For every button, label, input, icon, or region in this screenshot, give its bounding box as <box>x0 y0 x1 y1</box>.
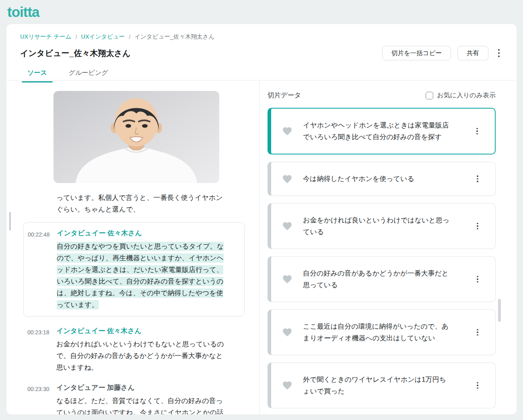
left-scrollbar-thumb[interactable] <box>9 212 11 231</box>
top-bar: toitta <box>0 0 523 24</box>
snippets-panel-header: 切片データ お気に入りのみ表示 <box>268 91 496 100</box>
snippet-card[interactable]: 自分の好みの音があるかどうかが一番大事だと思っている <box>268 256 496 302</box>
header-actions: 切片を一括コピー 共有 <box>382 46 503 60</box>
favorites-checkbox[interactable] <box>426 92 433 99</box>
favorites-filter-label: お気に入りのみ表示 <box>437 91 496 100</box>
content-split: っています。私個人で言うと、一番長く使うイヤホンぐらい。ちゃんと選んで、 00:… <box>6 80 517 414</box>
breadcrumb: UXリサーチ チーム / UXインタビュー / インタビュー_佐々木翔太さん <box>20 33 503 41</box>
snippet-text: 今は納得したイヤホンを使っている <box>303 173 452 185</box>
transcript-timestamp[interactable]: 00:23:30 <box>27 382 56 414</box>
copy-snippets-button[interactable]: 切片を一括コピー <box>382 46 451 60</box>
speaker-name: インタビュイー 佐々木さん <box>57 227 227 239</box>
speaker-name: インタビュアー 加藤さん <box>56 382 227 393</box>
share-button[interactable]: 共有 <box>457 46 488 60</box>
card-header: UXリサーチ チーム / UXインタビュー / インタビュー_佐々木翔太さん イ… <box>6 24 517 82</box>
favorite-heart-icon[interactable] <box>271 126 303 136</box>
transcript: っています。私個人で言うと、一番長く使うイヤホンぐらい。ちゃんと選んで、 00:… <box>6 192 259 414</box>
breadcrumb-separator: / <box>75 34 77 40</box>
favorite-heart-icon[interactable] <box>271 221 303 231</box>
snippet-card[interactable]: ここ最近は自分の環境に納得がいったので、あまりオーディオ機器への支出はしていない <box>268 309 496 355</box>
favorite-heart-icon[interactable] <box>271 274 303 284</box>
snippet-card[interactable]: お金をかければ良いというわけではないと思っている <box>268 203 496 249</box>
transcript-text: なるほど。ただ、音質ではなくて、自分の好みの音っていうのは面白いですね。今まさに… <box>56 395 227 414</box>
main-card: UXリサーチ チーム / UXインタビュー / インタビュー_佐々木翔太さん イ… <box>6 24 517 414</box>
snippet-menu-icon[interactable] <box>460 275 495 283</box>
right-scrollbar-thumb[interactable] <box>498 299 501 322</box>
snippet-text: お金をかければ良いというわけではないと思っている <box>303 214 452 238</box>
snippet-menu-icon[interactable] <box>459 127 495 135</box>
snippet-card[interactable]: 外で聞くときのワイヤレスイヤホンは1万円ちょいで買った <box>268 362 496 408</box>
more-options-icon[interactable] <box>495 47 503 60</box>
transcript-block: 00:23:18 インタビュイー 佐々木さん お金かければいいというわけでもない… <box>27 325 259 373</box>
transcript-timestamp[interactable]: 00:22:48 <box>28 227 57 311</box>
transcript-continuation: っています。私個人で言うと、一番長く使うイヤホンぐらい。ちゃんと選んで、 <box>27 192 259 215</box>
snippets-panel-title: 切片データ <box>268 91 301 100</box>
snippet-text: 外で聞くときのワイヤレスイヤホンは1万円ちょいで買った <box>303 374 452 397</box>
favorite-heart-icon[interactable] <box>271 380 303 391</box>
title-row: インタビュー_佐々木翔太さん 切片を一括コピー 共有 <box>20 46 503 60</box>
snippet-menu-icon[interactable] <box>460 175 495 183</box>
breadcrumb-separator: / <box>129 34 130 40</box>
snippet-menu-icon[interactable] <box>460 381 495 389</box>
snippet-menu-icon[interactable] <box>460 222 495 230</box>
snippet-menu-icon[interactable] <box>460 328 495 336</box>
toitta-logo: toitta <box>7 4 39 20</box>
favorite-heart-icon[interactable] <box>271 174 303 184</box>
snippet-text: イヤホンやヘッドホンを選ぶときは家電量販店でいろいろ聞き比べて自分の好みの音を探… <box>303 119 452 143</box>
transcript-timestamp[interactable]: 00:23:18 <box>27 325 56 373</box>
snippets-panel: 切片データ お気に入りのみ表示 イヤホンやヘッドホンを選ぶときは家電量販店でいろ… <box>260 80 517 414</box>
page-title: インタビュー_佐々木翔太さん <box>20 48 130 59</box>
snippet-card[interactable]: イヤホンやヘッドホンを選ぶときは家電量販店でいろいろ聞き比べて自分の好みの音を探… <box>268 108 496 154</box>
transcript-block: 00:23:30 インタビュアー 加藤さん なるほど。ただ、音質ではなくて、自分… <box>27 382 259 414</box>
snippet-text: ここ最近は自分の環境に納得がいったので、あまりオーディオ機器への支出はしていない <box>303 321 452 344</box>
transcript-text-highlighted: 自分の好きなやつを買いたいと思っているタイプ。なので、やっぱり、再生機器といいま… <box>57 241 227 311</box>
interviewee-video-thumbnail[interactable] <box>54 91 219 183</box>
snippet-card-list: イヤホンやヘッドホンを選ぶときは家電量販店でいろいろ聞き比べて自分の好みの音を探… <box>268 108 496 408</box>
transcript-block-selected[interactable]: 00:22:48 インタビュイー 佐々木さん 自分の好きなやつを買いたいと思って… <box>23 222 245 317</box>
snippet-text: 自分の好みの音があるかどうかが一番大事だと思っている <box>303 268 452 291</box>
snippet-card[interactable]: 今は納得したイヤホンを使っている <box>268 162 496 196</box>
breadcrumb-project-link[interactable]: UXインタビュー <box>81 33 125 41</box>
breadcrumb-team-link[interactable]: UXリサーチ チーム <box>20 33 71 41</box>
favorite-heart-icon[interactable] <box>271 327 303 338</box>
favorites-filter[interactable]: お気に入りのみ表示 <box>426 91 496 100</box>
transcript-text: お金かければいいというわけでもないと思っているので。自分の好みの音があるかどうか… <box>56 338 227 373</box>
transcript-continuation-text: っています。私個人で言うと、一番長く使うイヤホンぐらい。ちゃんと選んで、 <box>56 192 227 215</box>
breadcrumb-current: インタビュー_佐々木翔太さん <box>134 33 214 41</box>
source-panel: っています。私個人で言うと、一番長く使うイヤホンぐらい。ちゃんと選んで、 00:… <box>6 80 260 414</box>
speaker-name: インタビュイー 佐々木さん <box>56 325 227 337</box>
